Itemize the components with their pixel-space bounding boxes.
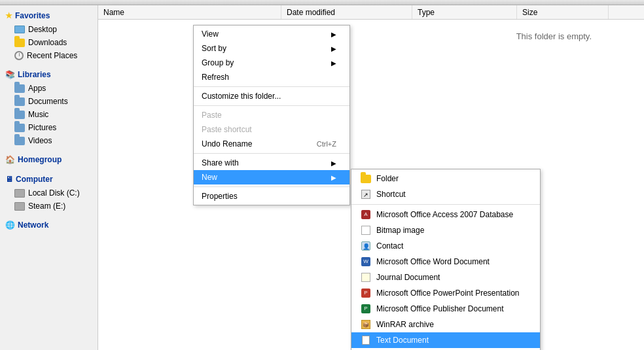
sidebar-item-apps[interactable]: Apps [0, 82, 98, 95]
recent-icon [14, 51, 24, 60]
view-arrow-icon: ▶ [331, 31, 336, 38]
menu-item-undo-rename[interactable]: Undo Rename Ctrl+Z [194, 137, 349, 151]
submenu-item-text[interactable]: Text Document [351, 332, 540, 348]
menu-separator-2 [194, 105, 349, 106]
folder-icon [359, 173, 372, 184]
menu-item-refresh[interactable]: Refresh [194, 70, 349, 84]
publisher-icon: P [359, 304, 372, 314]
sidebar-homegroup-header[interactable]: 🏠 Homegroup [0, 152, 98, 167]
winrar-icon: 📦 [359, 319, 372, 330]
music-icon [14, 111, 25, 119]
sidebar-item-steam[interactable]: Steam (E:) [0, 200, 98, 213]
menu-item-properties[interactable]: Properties [194, 189, 349, 203]
menu-item-view[interactable]: View ▶ [194, 27, 349, 41]
downloads-icon [14, 39, 25, 47]
sidebar-divider-2 [0, 147, 98, 152]
main-layout: ★ Favorites Desktop Downloads Recent Pla… [0, 5, 644, 350]
videos-icon [14, 137, 25, 145]
submenu-item-contact[interactable]: 👤 Contact [351, 238, 540, 254]
sidebar-favorites-header[interactable]: ★ Favorites [0, 9, 98, 23]
sidebar-divider-4 [0, 213, 98, 218]
sidebar-item-music[interactable]: Music [0, 108, 98, 121]
group-arrow-icon: ▶ [331, 60, 336, 67]
submenu-item-journal[interactable]: Journal Document [351, 270, 540, 285]
submenu-item-bitmap[interactable]: Bitmap image [351, 222, 540, 238]
journal-icon [359, 272, 372, 283]
menu-separator-4 [194, 186, 349, 187]
sidebar-libraries-header[interactable]: 📚 Libraries [0, 67, 98, 82]
col-header-name[interactable]: Name [98, 5, 281, 19]
local-disk-icon [14, 189, 25, 198]
new-arrow-icon: ▶ [331, 174, 336, 181]
submenu-separator-1 [351, 204, 540, 205]
menu-item-share-with[interactable]: Share with ▶ [194, 156, 349, 170]
submenu-item-shortcut[interactable]: ↗ Shortcut [351, 186, 540, 202]
sidebar-item-pictures[interactable]: Pictures [0, 121, 98, 134]
col-header-type[interactable]: Type [412, 5, 517, 19]
submenu-item-publisher[interactable]: P Microsoft Office Publisher Document [351, 301, 540, 317]
sidebar-computer-header[interactable]: 🖥 Computer [0, 172, 98, 186]
access-icon: A [359, 209, 372, 220]
menu-item-new[interactable]: New ▶ Folder ↗ [194, 170, 349, 184]
sidebar-item-downloads[interactable]: Downloads [0, 36, 98, 49]
empty-folder-message: This folder is empty. [516, 31, 592, 41]
shortcut-icon: ↗ [359, 189, 372, 200]
menu-separator-3 [194, 153, 349, 154]
share-arrow-icon: ▶ [331, 160, 336, 167]
menu-item-paste: Paste [194, 108, 349, 122]
submenu-item-folder[interactable]: Folder [351, 171, 540, 186]
menu-item-paste-shortcut: Paste shortcut [194, 122, 349, 137]
content-area: Name Date modified Type Size This folder… [98, 5, 644, 350]
submenu-item-powerpoint[interactable]: P Microsoft Office PowerPoint Presentati… [351, 285, 540, 301]
menu-item-customize[interactable]: Customize this folder... [194, 89, 349, 103]
desktop-icon [14, 26, 25, 33]
sort-arrow-icon: ▶ [331, 45, 336, 52]
pictures-icon [14, 124, 25, 132]
apps-icon [14, 84, 25, 93]
sidebar-item-documents[interactable]: Documents [0, 95, 98, 108]
col-header-size[interactable]: Size [517, 5, 609, 19]
text-doc-icon [359, 335, 372, 345]
menu-item-group-by[interactable]: Group by ▶ [194, 56, 349, 70]
bitmap-icon [359, 225, 372, 236]
new-submenu: Folder ↗ Shortcut A Microsoft Office Acc… [351, 169, 541, 350]
sidebar-item-local-disk[interactable]: Local Disk (C:) [0, 186, 98, 200]
sidebar: ★ Favorites Desktop Downloads Recent Pla… [0, 5, 98, 350]
sidebar-item-recent[interactable]: Recent Places [0, 49, 98, 62]
submenu-item-winrar[interactable]: 📦 WinRAR archive [351, 317, 540, 332]
powerpoint-icon: P [359, 288, 372, 298]
submenu-item-access[interactable]: A Microsoft Office Access 2007 Database [351, 207, 540, 222]
steam-drive-icon [14, 202, 25, 211]
col-header-date[interactable]: Date modified [281, 5, 412, 19]
menu-separator-1 [194, 86, 349, 87]
sidebar-item-desktop[interactable]: Desktop [0, 23, 98, 36]
contact-icon: 👤 [359, 241, 372, 251]
word-icon: W [359, 256, 372, 267]
sidebar-divider-3 [0, 167, 98, 172]
sidebar-item-videos[interactable]: Videos [0, 134, 98, 147]
submenu-item-word[interactable]: W Microsoft Office Word Document [351, 254, 540, 270]
context-menu: View ▶ Sort by ▶ Group by ▶ Refresh Cust… [193, 25, 350, 205]
sidebar-divider-1 [0, 62, 98, 67]
column-headers: Name Date modified Type Size [98, 5, 644, 20]
documents-icon [14, 97, 25, 106]
menu-item-sort-by[interactable]: Sort by ▶ [194, 41, 349, 56]
sidebar-network-header[interactable]: 🌐 Network [0, 218, 98, 232]
top-bar [0, 0, 644, 5]
